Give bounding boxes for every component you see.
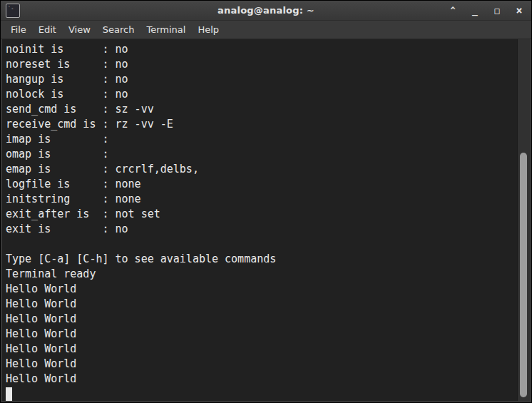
menubar: File Edit View Search Terminal Help [1, 21, 531, 39]
scrollbar[interactable] [517, 39, 530, 401]
terminal-line: Hello World [6, 357, 517, 372]
terminal-line: Hello World [6, 342, 517, 357]
terminal-window: `- analog@analog: ~ ^ _ □ × File Edit Vi… [0, 0, 532, 403]
window-content: noinit is : nonoreset is : nohangup is :… [1, 39, 531, 402]
maximize-button[interactable]: □ [492, 1, 502, 21]
shade-button[interactable]: ^ [448, 1, 458, 21]
terminal-line: Hello World [6, 297, 517, 312]
menu-terminal[interactable]: Terminal [140, 22, 191, 37]
terminal-line: Hello World [6, 327, 517, 342]
terminal-line: emap is : crcrlf,delbs, [6, 162, 517, 177]
terminal-line: imap is : [6, 132, 517, 147]
window-controls: ^ _ □ × [448, 1, 524, 21]
terminal-line: exit_after is : not set [6, 207, 517, 222]
terminal-output: noinit is : nonoreset is : nohangup is :… [6, 42, 517, 387]
scrollbar-thumb[interactable] [520, 153, 527, 397]
terminal-line: noreset is : no [6, 57, 517, 72]
menu-view[interactable]: View [63, 22, 96, 37]
terminal-line: receive_cmd is : rz -vv -E [6, 117, 517, 132]
terminal-line: logfile is : none [6, 177, 517, 192]
menu-file[interactable]: File [5, 22, 32, 37]
terminal-line: nolock is : no [6, 87, 517, 102]
menu-search[interactable]: Search [97, 22, 140, 37]
terminal-line: noinit is : no [6, 42, 517, 57]
terminal-line: Hello World [6, 312, 517, 327]
terminal-line: Hello World [6, 282, 517, 297]
terminal-line [6, 237, 517, 252]
menu-help[interactable]: Help [192, 22, 225, 37]
terminal-line: Hello World [6, 372, 517, 387]
minimize-button[interactable]: _ [470, 1, 480, 21]
menu-edit[interactable]: Edit [33, 22, 62, 37]
terminal-screen[interactable]: noinit is : nonoreset is : nohangup is :… [2, 39, 517, 401]
terminal-line: send_cmd is : sz -vv [6, 102, 517, 117]
terminal-line: hangup is : no [6, 72, 517, 87]
titlebar[interactable]: `- analog@analog: ~ ^ _ □ × [1, 1, 531, 21]
terminal-cursor [6, 387, 12, 401]
terminal-line: initstring : none [6, 192, 517, 207]
terminal-line: omap is : [6, 147, 517, 162]
terminal-line: exit is : no [6, 222, 517, 237]
terminal-line: Type [C-a] [C-h] to see available comman… [6, 252, 517, 267]
close-button[interactable]: × [514, 1, 524, 21]
terminal-line: Terminal ready [6, 267, 517, 282]
